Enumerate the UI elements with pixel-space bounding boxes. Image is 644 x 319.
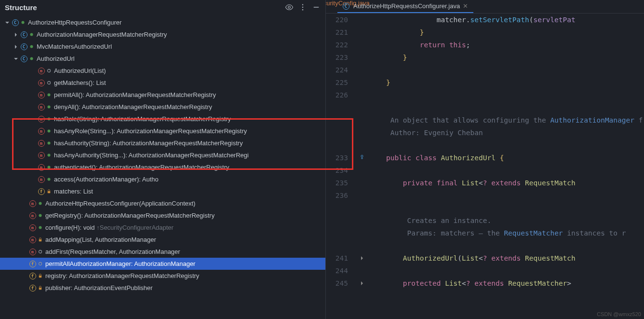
code-line[interactable] [369,89,644,101]
code-line[interactable]: } [369,76,644,89]
tree-item[interactable]: mgetRegistry(): AuthorizationManagerRequ… [0,209,325,222]
svg-rect-26 [39,276,42,277]
code-line[interactable]: Author: Evgeniy Cheban [369,126,644,139]
view-icon[interactable] [285,3,294,12]
more-icon[interactable] [298,3,307,12]
structure-title: Structure [5,3,280,12]
tree-item[interactable]: CAuthorizedUrl [0,53,325,65]
fold-icon[interactable] [360,281,364,286]
twisty-icon [30,176,37,183]
code-line[interactable] [369,64,644,76]
tree-item[interactable]: mauthenticated(): AuthorizationManagerRe… [0,161,325,173]
visibility-icon [46,140,52,146]
tree-item[interactable]: maccess(AuthorizationManager): Autho [0,173,325,185]
tree-item-label: hasAuthority(String): AuthorizationManag… [54,139,243,147]
visibility-icon [46,188,52,194]
code-line[interactable]: } [369,26,644,39]
tree-item[interactable]: fmatchers: List [0,185,325,197]
tree-item[interactable]: maddFirst(RequestMatcher, AuthorizationM… [0,246,325,258]
svg-rect-19 [48,191,51,193]
visibility-icon [46,176,52,182]
code-line[interactable] [369,239,644,252]
editor-panel: CWebSecurityConfig.javaCAuthorizeHttpReq… [326,0,644,319]
tree-item[interactable]: mhasAuthority(String): AuthorizationMana… [0,137,325,149]
implements-icon[interactable] [359,154,365,161]
editor-tabs: CWebSecurityConfig.javaCAuthorizeHttpReq… [326,0,644,14]
code-line[interactable]: An object that allows configuring the Au… [369,114,644,126]
field-icon: f [29,272,36,279]
tree-item-label: permitAllAuthorizationManager: Authoriza… [45,260,195,267]
tree-item[interactable]: fpublisher: AuthorizationEventPublisher [0,282,325,294]
gutter-slot [355,26,369,39]
code-line[interactable]: Params: matchers – the RequestMatcher in… [369,227,644,239]
line-number: 233 [326,152,348,164]
svg-point-7 [30,45,33,48]
visibility-icon [37,249,43,255]
structure-header: Structure [0,0,325,14]
visibility-icon [37,224,43,231]
code-line[interactable] [369,139,644,152]
tree-item[interactable]: CAuthorizeHttpRequestsConfigurer [0,16,325,28]
twisty-icon [30,104,37,111]
tree-item[interactable]: mgetMatchers(): List [0,77,325,89]
tree-item[interactable]: fregistry: AuthorizationManagerRequestMa… [0,270,325,282]
tree-item-label: matchers: List [54,188,93,195]
twisty-icon [21,249,28,255]
tree-item-label: AuthorizationManagerRequestMatcherRegist… [37,31,167,38]
gutter-slot [355,14,369,26]
gutter-slot [355,152,369,164]
code-line[interactable]: protected List<? extends RequestMatcher> [369,277,644,290]
visibility-icon [28,43,35,50]
code-line[interactable]: private final List<? extends RequestMatc… [369,177,644,189]
tree-item[interactable]: mhasRole(String): AuthorizationManagerRe… [0,113,325,125]
editor-tab[interactable]: CWebSecurityConfig.java [326,0,335,6]
twisty-icon[interactable] [4,19,11,26]
code-line[interactable] [369,164,644,177]
code-line[interactable]: Creates an instance. [369,214,644,227]
code-line[interactable]: AuthorizedUrl(List<? extends RequestMatc… [369,252,644,264]
method-icon: m [38,164,45,171]
fold-icon[interactable] [360,256,364,261]
gutter-slot [355,64,369,76]
code-line[interactable]: matcher.setServletPath(servletPat [369,14,644,26]
tree-item[interactable]: CAuthorizationManagerRequestMatcherRegis… [0,28,325,41]
line-number [326,114,348,126]
twisty-icon[interactable] [13,31,19,38]
structure-tree: CAuthorizeHttpRequestsConfigurerCAuthori… [0,14,325,319]
tree-item-label: addMapping(List, AuthorizationManager [45,236,156,243]
twisty-icon[interactable] [13,55,19,62]
code-line[interactable]: return this; [369,39,644,51]
method-icon: m [38,79,45,86]
line-number [326,101,348,114]
svg-point-17 [48,166,51,169]
svg-point-9 [48,69,51,72]
code-source[interactable]: matcher.setServletPath(servletPat } retu… [369,14,644,319]
tree-item[interactable]: mhasAnyRole(String...): AuthorizationMan… [0,125,325,137]
code-line[interactable]: } [369,51,644,64]
code-line[interactable] [369,101,644,114]
gutter-slot [355,252,369,264]
tree-item[interactable]: CMvcMatchersAuthorizedUrl [0,41,325,53]
twisty-icon [21,285,28,291]
tree-item[interactable]: mconfigure(H): void ↑SecurityConfigurerA… [0,222,325,234]
tree-item[interactable]: mpermitAll(): AuthorizationManagerReques… [0,89,325,101]
tree-item[interactable]: maddMapping(List, AuthorizationManager [0,234,325,246]
code-line[interactable]: public class AuthorizedUrl { [369,152,644,164]
tree-item[interactable]: mhasAnyAuthority(String...): Authorizati… [0,149,325,161]
twisty-icon[interactable] [13,43,19,50]
gutter-slot [355,89,369,101]
tree-item[interactable]: fpermitAllAuthorizationManager: Authoriz… [0,258,325,270]
close-icon[interactable]: ✕ [463,2,469,10]
tree-item[interactable]: mAuthorizedUrl(List) [0,65,325,77]
code-line[interactable] [369,202,644,214]
code-line[interactable] [369,189,644,202]
minimize-icon[interactable] [312,3,321,12]
gutter-slot [355,126,369,139]
svg-point-6 [30,33,33,36]
tree-item[interactable]: mAuthorizeHttpRequestsConfigurer(Applica… [0,197,325,209]
editor-tab[interactable]: CAuthorizeHttpRequestsConfigurer.java✕ [337,0,473,13]
line-number: 245 [326,277,348,290]
code-line[interactable] [369,264,644,277]
tree-item[interactable]: mdenyAll(): AuthorizationManagerRequestM… [0,101,325,113]
method-icon: m [38,127,45,135]
